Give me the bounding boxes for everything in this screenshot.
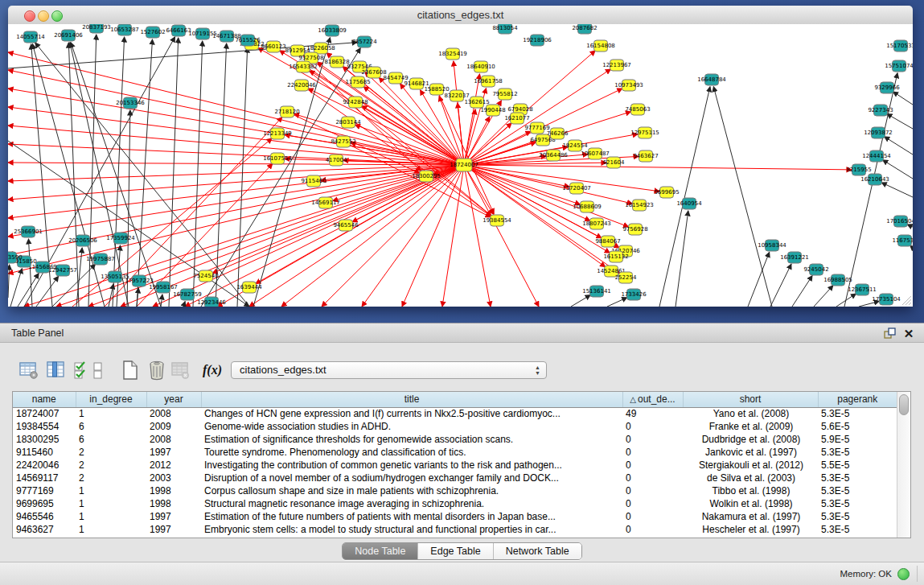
table-cell[interactable]: 1 xyxy=(76,484,146,497)
table-cell[interactable]: 2012 xyxy=(146,459,201,472)
function-builder-button[interactable]: f(x) xyxy=(199,359,225,381)
table-cell[interactable]: 0 xyxy=(622,510,683,523)
graph-node[interactable]: 9699695 xyxy=(654,187,679,198)
tab-network-table[interactable]: Network Table xyxy=(493,543,581,559)
table-cell[interactable]: Disruption of a novel member of a sodium… xyxy=(201,472,622,484)
table-cell[interactable]: 49 xyxy=(622,407,683,420)
table-cell[interactable]: 2 xyxy=(76,459,146,472)
select-column-button[interactable] xyxy=(44,359,67,381)
graph-node[interactable]: 10607487 xyxy=(581,148,610,159)
network-canvas[interactable]: 1872400786601238912954182260589327508165… xyxy=(8,24,913,307)
tab-node-table[interactable]: Node Table xyxy=(343,543,417,559)
graph-node[interactable]: 1824554 xyxy=(562,140,588,151)
table-cell[interactable]: 0 xyxy=(622,420,683,433)
table-cell[interactable]: 0 xyxy=(622,433,683,446)
table-cell[interactable]: 1998 xyxy=(146,484,201,497)
graph-node[interactable]: 14569117 xyxy=(311,197,340,208)
graph-node[interactable]: 10653287 xyxy=(110,24,139,35)
table-cell[interactable]: 5.3E-5 xyxy=(818,446,897,459)
table-cell[interactable]: 1998 xyxy=(146,497,201,510)
table-cell[interactable]: 2 xyxy=(76,446,146,459)
table-header-row[interactable]: namein_degreeyeartitle△out_de...shortpag… xyxy=(13,392,897,407)
table-cell[interactable]: 6 xyxy=(76,433,146,446)
table-cell[interactable]: 9115460 xyxy=(13,446,76,459)
graph-node[interactable]: 20206506 xyxy=(68,235,97,246)
table-cell[interactable]: Genome-wide association studies in ADHD. xyxy=(201,420,622,433)
graph-node[interactable]: 2087682 xyxy=(572,24,597,34)
table-cell[interactable]: 2009 xyxy=(146,420,201,433)
table-row[interactable]: 1872400712008Changes of HCN gene express… xyxy=(13,407,897,420)
close-icon[interactable]: ✕ xyxy=(901,327,916,340)
table-cell[interactable]: 2003 xyxy=(146,472,201,484)
graph-node[interactable]: 20691406 xyxy=(54,30,83,41)
table-cell[interactable]: 5.3E-5 xyxy=(818,523,897,536)
table-cell[interactable]: 1997 xyxy=(146,510,201,523)
graph-node[interactable]: 15170533 xyxy=(886,40,913,51)
graph-node[interactable]: 10973493 xyxy=(614,80,643,91)
table-cell[interactable]: Nakamura et al. (1997) xyxy=(683,510,818,523)
graph-node[interactable]: 2803144 xyxy=(335,117,361,128)
table-row[interactable]: 946554611997Estimation of the future num… xyxy=(13,510,897,523)
table-cell[interactable]: 0 xyxy=(622,523,683,536)
graph-node[interactable]: 8215955 xyxy=(846,164,871,175)
table-cell[interactable]: 9699695 xyxy=(13,497,76,510)
table-cell[interactable]: 14569117 xyxy=(13,472,76,484)
table-cell[interactable]: Corpus callosum shape and size in male p… xyxy=(201,484,622,497)
table-cell[interactable]: 5.9E-5 xyxy=(818,433,897,446)
graph-node[interactable]: 10688609 xyxy=(573,201,602,212)
column-header-out_de[interactable]: △out_de... xyxy=(622,392,683,407)
graph-node[interactable]: 16154808 xyxy=(586,40,615,51)
graph-node[interactable]: 16107554 xyxy=(263,153,292,164)
table-cell[interactable]: 0 xyxy=(622,446,683,459)
unselect-all-rows-button[interactable] xyxy=(91,359,105,381)
graph-node[interactable]: 15720407 xyxy=(562,183,591,194)
column-header-title[interactable]: title xyxy=(201,392,622,407)
tab-edge-table[interactable]: Edge Table xyxy=(417,543,492,559)
table-cell[interactable]: 5.6E-5 xyxy=(818,420,897,433)
table-cell[interactable]: 1 xyxy=(76,510,146,523)
table-cell[interactable]: Investigating the contribution of common… xyxy=(201,459,622,472)
select-all-rows-button[interactable] xyxy=(71,359,93,381)
graph-node[interactable]: 16033809 xyxy=(318,25,347,36)
graph-node[interactable]: 10958344 xyxy=(758,240,786,251)
graph-node[interactable]: 25366901 xyxy=(14,226,43,237)
graph-node[interactable]: 15136141 xyxy=(582,286,611,297)
graph-node[interactable]: 22420046 xyxy=(287,80,316,91)
graph-node[interactable]: 19218906 xyxy=(523,35,552,46)
delete-rows-button[interactable] xyxy=(146,359,168,381)
table-cell[interactable]: Structural magnetic resonance image aver… xyxy=(201,497,622,510)
table-cell[interactable]: 5.3E-5 xyxy=(818,510,897,523)
table-cell[interactable]: 0 xyxy=(622,472,683,484)
graph-node[interactable]: 20837193 xyxy=(82,24,111,33)
table-cell[interactable]: 1997 xyxy=(146,523,201,536)
graph-node[interactable]: 18807243 xyxy=(582,218,611,229)
graph-node[interactable]: 12213349 xyxy=(263,128,292,139)
table-cell[interactable]: Tibbo et al. (1998) xyxy=(683,484,818,497)
table-cell[interactable]: 2008 xyxy=(146,433,201,446)
table-cell[interactable]: 6 xyxy=(76,420,146,433)
table-cell[interactable]: 1 xyxy=(76,523,146,536)
column-header-pagerank[interactable]: pagerank xyxy=(818,392,897,407)
network-window-titlebar[interactable]: citations_edges.txt xyxy=(8,6,913,25)
table-cell[interactable]: 18724007 xyxy=(13,407,76,420)
table-cell[interactable]: Estimation of significance thresholds fo… xyxy=(201,433,622,446)
vertical-scrollbar[interactable] xyxy=(897,392,910,538)
graph-node[interactable]: 12975115 xyxy=(630,127,659,138)
table-cell[interactable]: 9465546 xyxy=(13,510,76,523)
graph-node[interactable]: 17735104 xyxy=(872,294,901,305)
table-cell[interactable]: Hescheler et al. (1997) xyxy=(683,523,818,536)
table-row[interactable]: 1830029562008Estimation of significance … xyxy=(13,433,897,446)
table-cell[interactable]: de Silva et al. (2003) xyxy=(683,472,818,484)
column-header-name[interactable]: name xyxy=(13,392,76,407)
table-cell[interactable]: 0 xyxy=(622,484,683,497)
table-cell[interactable]: Dudbridge et al. (2008) xyxy=(683,433,818,446)
graph-node[interactable]: 9884067 xyxy=(595,236,620,247)
table-cell[interactable]: 5.5E-5 xyxy=(818,459,897,472)
table-options-button[interactable] xyxy=(18,359,40,381)
table-row[interactable]: 977716911998Corpus callosum shape and si… xyxy=(13,484,897,497)
graph-node[interactable]: 7485063 xyxy=(625,104,650,115)
table-cell[interactable]: Franke et al. (2009) xyxy=(683,420,818,433)
table-selector-dropdown[interactable]: citations_edges.txt ▲▼ xyxy=(231,361,547,379)
table-cell[interactable]: Embryonic stem cells: a model to study s… xyxy=(201,523,622,536)
table-cell[interactable]: Estimation of the future numbers of pati… xyxy=(201,510,622,523)
